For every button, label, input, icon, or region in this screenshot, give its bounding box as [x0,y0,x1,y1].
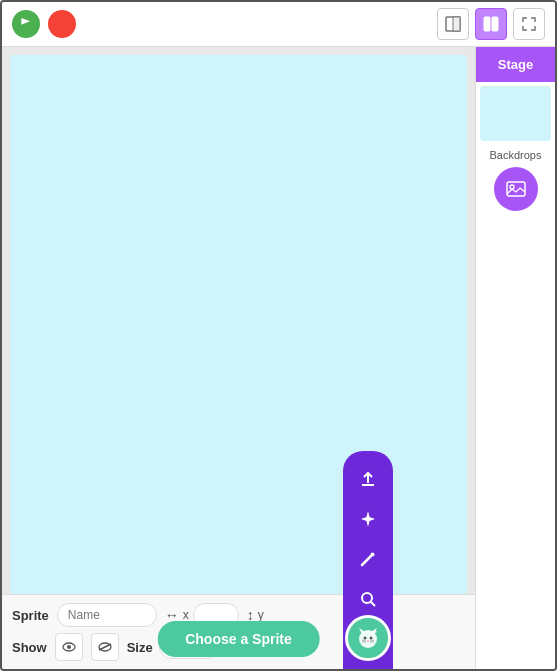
sparkle-tool-button[interactable] [350,501,386,537]
stage-tab[interactable]: Stage [476,47,555,82]
eye-closed-icon [98,642,112,652]
cat-sprite-icon [355,625,381,651]
toolbar-right [437,8,545,40]
svg-line-11 [362,556,371,565]
stop-button[interactable] [48,10,76,38]
svg-point-20 [367,640,369,641]
green-flag-button[interactable] [12,10,40,38]
svg-point-12 [371,553,375,557]
upload-tool-button[interactable] [350,461,386,497]
svg-rect-3 [492,17,498,31]
backdrops-label: Backdrops [476,149,555,161]
app-container: Sprite ↔ x ↕ y Show [0,0,557,671]
stage-thumbnail [480,86,551,141]
split-view-icon [483,16,499,32]
bottom-panel: Sprite ↔ x ↕ y Show [2,594,475,669]
svg-point-13 [362,593,372,603]
sprite-name-input[interactable] [57,603,157,627]
search-icon [359,590,377,608]
split-view-button[interactable] [475,8,507,40]
cat-sprite-button[interactable] [345,615,391,661]
svg-point-5 [67,645,71,649]
show-label: Show [12,640,47,655]
main-area: Sprite ↔ x ↕ y Show [2,47,555,669]
toolbar-left [12,10,76,38]
choose-sprite-button[interactable]: Choose a Sprite [157,621,320,657]
svg-rect-26 [507,182,525,196]
backdrop-add-icon [505,178,527,200]
eye-open-icon [62,642,76,652]
x-label: x [183,608,189,622]
right-sidebar: Stage Backdrops [475,47,555,669]
search-tool-button[interactable] [350,581,386,617]
fullscreen-icon [522,17,536,31]
svg-point-18 [364,637,367,640]
show-visible-button[interactable] [55,633,83,661]
paint-tool-button[interactable] [350,541,386,577]
upload-icon [359,470,377,488]
main-content: Sprite ↔ x ↕ y Show [2,47,475,669]
flag-icon [18,16,34,32]
svg-rect-1 [453,17,460,31]
size-label: Size [127,640,153,655]
small-stage-icon [445,16,461,32]
svg-line-14 [371,602,375,606]
show-hidden-button[interactable] [91,633,119,661]
y-label: y [258,608,264,622]
paint-icon [359,550,377,568]
top-toolbar [2,2,555,47]
backdrops-button[interactable] [494,167,538,211]
sparkle-icon [359,510,377,528]
small-stage-button[interactable] [437,8,469,40]
fullscreen-button[interactable] [513,8,545,40]
sprite-label: Sprite [12,608,49,623]
svg-marker-10 [361,511,375,527]
svg-rect-2 [484,17,490,31]
svg-point-19 [370,637,373,640]
stage-canvas [10,55,467,594]
